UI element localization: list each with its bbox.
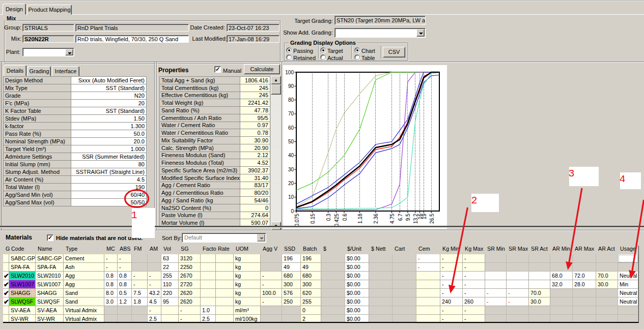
svg-text:0.6: 0.6: [342, 213, 348, 221]
svg-text:26.5: 26.5: [429, 213, 435, 223]
svg-text:50: 50: [288, 139, 294, 144]
svg-text:9.5: 9.5: [405, 213, 411, 221]
svg-text:1: 1: [131, 210, 137, 221]
svg-text:1.18: 1.18: [357, 213, 363, 223]
svg-text:60: 60: [288, 125, 294, 130]
svg-text:2.36: 2.36: [373, 213, 379, 223]
svg-text:100: 100: [285, 69, 294, 75]
svg-text:0: 0: [291, 208, 294, 214]
svg-text:19: 19: [422, 213, 427, 219]
svg-text:20: 20: [288, 180, 294, 186]
svg-text:0.15: 0.15: [310, 213, 316, 223]
svg-text:90: 90: [288, 83, 294, 88]
svg-text:80: 80: [288, 97, 294, 103]
svg-text:0.075: 0.075: [294, 213, 300, 226]
svg-text:4: 4: [620, 173, 626, 185]
svg-text:3: 3: [569, 168, 575, 180]
svg-text:4.75: 4.75: [389, 213, 395, 223]
svg-text:30: 30: [288, 166, 294, 172]
svg-text:6.7: 6.7: [398, 213, 403, 221]
svg-text:2: 2: [471, 195, 478, 206]
svg-text:10: 10: [288, 194, 294, 200]
svg-text:0.3: 0.3: [326, 213, 331, 221]
svg-text:40: 40: [288, 153, 294, 158]
svg-text:70: 70: [288, 111, 294, 116]
svg-text:0.425: 0.425: [334, 213, 340, 226]
